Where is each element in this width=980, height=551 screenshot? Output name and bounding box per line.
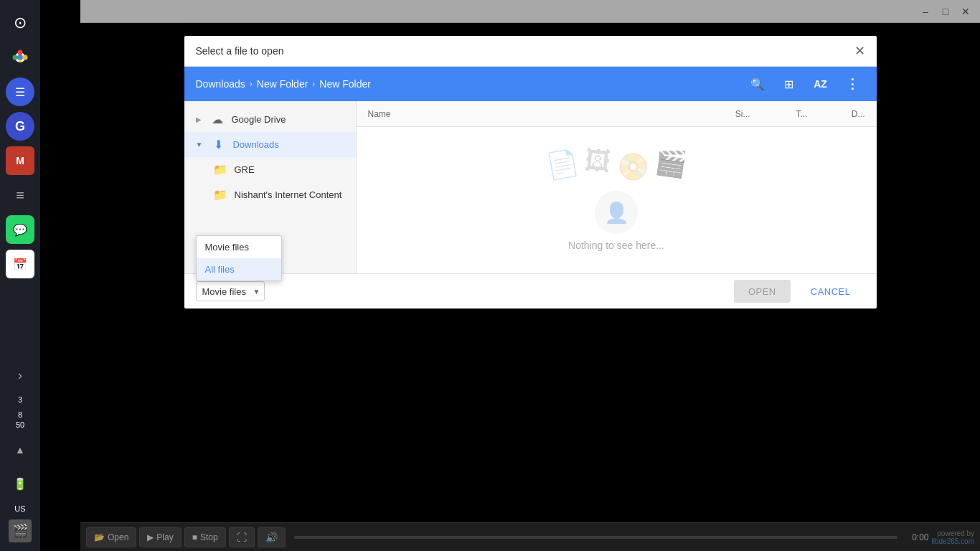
file-list-header: Name Si... T... D... xyxy=(357,101,877,127)
sidebar-item-gre[interactable]: 📁 GRE xyxy=(184,157,356,182)
movie-files-option[interactable]: Movie files xyxy=(197,236,281,258)
video-player-area: – □ ✕ HEVC – High Efficiency Video Codin… xyxy=(40,0,980,551)
col-date-header[interactable]: D... xyxy=(808,109,865,119)
more-options-button[interactable]: ⋮ xyxy=(839,71,865,97)
drive-label: Google Drive xyxy=(232,114,286,125)
nishant-label: Nishant's Internet Content xyxy=(235,189,342,200)
expand-arrow-drive: ▶ xyxy=(196,116,202,123)
dialog-overlay: Select a file to open ✕ Downloads › New … xyxy=(80,0,980,551)
search-button[interactable]: 🔍 xyxy=(745,71,771,97)
dialog-titlebar: Select a file to open ✕ xyxy=(184,36,877,67)
empty-icon-film: 🎬 xyxy=(652,146,688,180)
breadcrumb-newfolder1[interactable]: New Folder xyxy=(257,78,308,90)
downloads-label: Downloads xyxy=(232,139,278,150)
svg-point-2 xyxy=(18,50,23,55)
hamburger-icon[interactable]: ☰ xyxy=(6,77,34,106)
dialog-main: Name Si... T... D... 📄 🖼 📀 🎬 xyxy=(357,101,877,273)
whatsapp-icon[interactable]: 💬 xyxy=(6,215,34,244)
sidebar-item-google-drive[interactable]: ▶ ☁ Google Drive xyxy=(184,107,356,132)
col-type-header[interactable]: T... xyxy=(750,109,808,119)
gre-label: GRE xyxy=(235,164,255,175)
breadcrumb-bar: Downloads › New Folder › New Folder 🔍 ⊞ … xyxy=(184,67,877,101)
breadcrumb-sep-1: › xyxy=(250,79,253,89)
dialog-body: ▶ ☁ Google Drive ▼ ⬇ Downloads 📁 GRE xyxy=(184,101,877,273)
launcher-icon[interactable]: ⊙ xyxy=(6,9,34,37)
file-type-select[interactable]: Movie files All files xyxy=(196,281,265,301)
breadcrumb-newfolder2[interactable]: New Folder xyxy=(319,78,371,90)
sidebar-item-downloads[interactable]: ▼ ⬇ Downloads xyxy=(184,132,356,157)
svg-point-4 xyxy=(23,55,28,60)
grid-view-button[interactable]: ⊞ xyxy=(776,71,802,97)
expand-icon[interactable]: › xyxy=(6,361,34,390)
sidebar-item-nishant[interactable]: 📁 Nishant's Internet Content xyxy=(184,182,356,207)
empty-text: Nothing to see here... xyxy=(568,240,664,251)
clock-display: 8 50 xyxy=(16,410,24,429)
breadcrumbs: Downloads › New Folder › New Folder xyxy=(196,78,371,90)
svg-point-1 xyxy=(17,55,23,60)
appuals-logo: 👤 xyxy=(573,191,659,234)
dialog-footer: Movie files All files Movie files All fi… xyxy=(184,273,877,309)
file-list-body: 📄 🖼 📀 🎬 👤 Nothing to see here... xyxy=(357,127,877,273)
empty-icon-doc: 📄 xyxy=(544,146,581,182)
drive-icon: ☁ xyxy=(210,113,225,126)
dialog-close-button[interactable]: ✕ xyxy=(854,44,865,57)
nishant-folder-icon: 📁 xyxy=(213,188,227,202)
empty-state-icons: 📄 🖼 📀 🎬 xyxy=(547,149,687,179)
chromeos-sidebar: ⊙ ☰ G M ≡ 💬 📅 › 3 xyxy=(0,0,40,551)
locale-display: US xyxy=(14,504,25,514)
google-icon[interactable]: G xyxy=(6,112,34,141)
sort-button[interactable]: AZ xyxy=(808,71,834,97)
file-dialog: Select a file to open ✕ Downloads › New … xyxy=(184,36,877,309)
breadcrumb-actions: 🔍 ⊞ AZ ⋮ xyxy=(745,71,865,97)
time-display: 3 xyxy=(18,395,22,405)
cancel-button[interactable]: CANCEL xyxy=(796,280,865,303)
docs-icon[interactable]: ≡ xyxy=(6,181,34,209)
all-files-option[interactable]: All files xyxy=(197,258,281,281)
col-name-header[interactable]: Name xyxy=(368,109,707,119)
expand-arrow-downloads: ▼ xyxy=(196,141,203,149)
file-type-wrapper: Movie files All files Movie files All fi… xyxy=(196,281,265,301)
breadcrumb-sep-2: › xyxy=(312,79,315,89)
col-size-header[interactable]: Si... xyxy=(707,109,750,119)
svg-point-3 xyxy=(13,55,18,60)
calendar-icon[interactable]: 📅 xyxy=(6,250,34,278)
dialog-title: Select a file to open xyxy=(196,45,284,57)
chrome-icon[interactable] xyxy=(6,43,34,72)
file-type-dropdown: Movie files All files xyxy=(196,235,282,281)
empty-icon-media: 📀 xyxy=(613,149,652,186)
breadcrumb-downloads[interactable]: Downloads xyxy=(196,78,245,90)
wifi-icon: ▲ xyxy=(6,435,34,464)
downloads-icon: ⬇ xyxy=(211,138,225,151)
open-button[interactable]: OPEN xyxy=(734,280,791,303)
battery-icon: 🔋 xyxy=(6,470,34,499)
empty-icon-image: 🖼 xyxy=(583,146,612,178)
gre-folder-icon: 📁 xyxy=(213,163,227,176)
gmail-icon[interactable]: M xyxy=(6,146,34,175)
